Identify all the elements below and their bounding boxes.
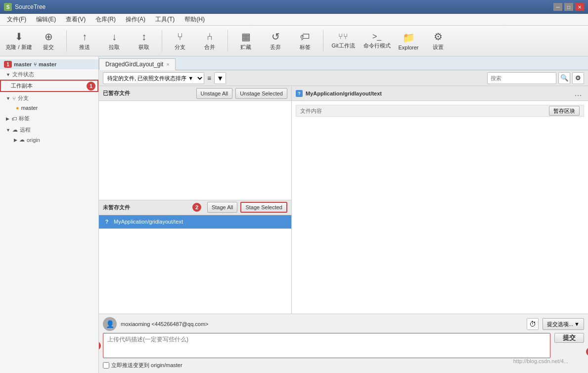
toolbar-tag-label: 标签 bbox=[300, 44, 311, 51]
fetch-icon: ↕ bbox=[141, 31, 146, 43]
search-input[interactable] bbox=[487, 72, 556, 84]
sidebar-file-status-header[interactable]: ▼ 文件状态 bbox=[0, 69, 98, 80]
filter-dropdown-button[interactable]: ▼ bbox=[214, 72, 226, 84]
toolbar-pull-button[interactable]: ↓ 拉取 bbox=[100, 28, 128, 54]
stage-all-button[interactable]: Stage All bbox=[207, 202, 237, 213]
menu-edit[interactable]: 编辑(E) bbox=[31, 14, 61, 25]
annotation-badge-4: 4 bbox=[586, 347, 588, 356]
tab-label: DragedGirdLayout_git bbox=[105, 61, 163, 68]
commit-time-button[interactable]: ⏱ bbox=[527, 318, 539, 330]
sidebar-origin-label: origin bbox=[27, 137, 40, 143]
toolbar-commit-button[interactable]: ⊕ 提交 bbox=[35, 28, 62, 54]
main-tab[interactable]: DragedGirdLayout_git × bbox=[99, 58, 176, 70]
menu-file[interactable]: 文件(F) bbox=[2, 14, 31, 25]
main-area: 1 master ⑂ master ▼ 文件状态 工作副本 1 ▼ ⑂ 分支 ● bbox=[0, 56, 588, 373]
commit-button[interactable]: 提交 bbox=[554, 333, 584, 343]
menu-repo[interactable]: 仓库(R) bbox=[90, 14, 121, 25]
clone-icon: ⬇ bbox=[15, 31, 23, 43]
commit-user-info: moxiaoming <445266487@qq.com> bbox=[121, 321, 523, 327]
sidebar-branch-name: master bbox=[39, 61, 56, 67]
commit-options-button[interactable]: 提交选项... ▼ bbox=[543, 318, 584, 330]
file-sort-select[interactable]: 待定的文件, 已依照文件状态排序 ▼ bbox=[103, 72, 204, 84]
minimize-button[interactable]: ─ bbox=[553, 3, 562, 11]
content-area: DragedGirdLayout_git × 待定的文件, 已依照文件状态排序 … bbox=[99, 56, 588, 373]
toolbar-tag-button[interactable]: 🏷 标签 bbox=[291, 28, 319, 54]
search-settings-button[interactable]: ⚙ bbox=[572, 72, 584, 84]
merge-icon: ⑃ bbox=[207, 31, 213, 43]
sidebar: 1 master ⑂ master ▼ 文件状态 工作副本 1 ▼ ⑂ 分支 ● bbox=[0, 56, 99, 373]
toolbar-gitflow-button[interactable]: ⑂⑂ Git工作流 bbox=[327, 28, 359, 54]
sidebar-remotes-label: 远程 bbox=[20, 126, 31, 134]
sidebar-tags-section: ▶ 🏷 标签 bbox=[0, 113, 98, 124]
sidebar-tags-header[interactable]: ▶ 🏷 标签 bbox=[0, 113, 98, 124]
menu-tools[interactable]: 工具(T) bbox=[150, 14, 180, 25]
search-button[interactable]: 🔍 bbox=[558, 72, 570, 84]
sidebar-repo-header[interactable]: 1 master ⑂ master bbox=[0, 59, 98, 69]
unstage-all-button[interactable]: Unstage All bbox=[196, 88, 233, 99]
title-bar: S SourceTree ─ □ ✕ bbox=[0, 0, 588, 14]
toolbar-discard-button[interactable]: ↺ 丢弃 bbox=[262, 28, 289, 54]
menu-help[interactable]: 帮助(H) bbox=[180, 14, 210, 25]
sidebar-branches-header[interactable]: ▼ ⑂ 分支 bbox=[0, 93, 98, 103]
discard-icon: ↺ bbox=[271, 31, 280, 43]
toolbar-fetch-button[interactable]: ↕ 获取 bbox=[130, 28, 158, 54]
split-pane: 已暂存文件 Unstage All Unstage Selected 未暂存文件… bbox=[99, 86, 588, 314]
push-checkbox[interactable] bbox=[103, 362, 109, 369]
diff-content: 文件内容 暂存区块 bbox=[292, 101, 588, 314]
sidebar-master-item[interactable]: ● master bbox=[0, 103, 98, 112]
menu-action[interactable]: 操作(A) bbox=[121, 14, 150, 25]
push-checkbox-row: 立即推送变更到 origin/master bbox=[103, 360, 584, 370]
toolbar-settings-button[interactable]: ⚙ 设置 bbox=[424, 28, 452, 54]
user-avatar: 👤 bbox=[103, 317, 117, 331]
filter-bar: 待定的文件, 已依照文件状态排序 ▼ ≡ ▼ 🔍 ⚙ bbox=[99, 70, 588, 86]
staged-section: 已暂存文件 Unstage All Unstage Selected bbox=[99, 86, 291, 200]
diff-more-button[interactable]: … bbox=[572, 88, 584, 99]
sidebar-working-copy-item[interactable]: 工作副本 1 bbox=[0, 80, 98, 92]
unstaged-file-row[interactable]: ? MyApplication/gridlayout/text bbox=[99, 215, 291, 229]
chevron-down-icon-remotes: ▼ bbox=[6, 128, 10, 133]
app-title: SourceTree bbox=[15, 3, 45, 10]
toolbar: ⬇ 克隆 / 新建 ⊕ 提交 ↑ 推送 ↓ 拉取 ↕ 获取 ⑂ 分支 ⑃ 合并 … bbox=[0, 26, 588, 56]
chevron-right-icon-origin: ▶ bbox=[14, 138, 17, 142]
toolbar-commit-label: 提交 bbox=[43, 44, 54, 51]
sidebar-master-label: master bbox=[21, 105, 38, 111]
maximize-button[interactable]: □ bbox=[564, 3, 573, 11]
toolbar-explorer-label: Explorer bbox=[399, 45, 419, 50]
diff-filename: MyApplication/gridlayout/text bbox=[306, 91, 382, 96]
annotation-badge-1: 1 bbox=[87, 82, 95, 91]
toolbar-terminal-button[interactable]: >_ 命令行模式 bbox=[361, 28, 393, 54]
toolbar-clone-button[interactable]: ⬇ 克隆 / 新建 bbox=[5, 28, 33, 54]
stage-selected-button[interactable]: Stage Selected bbox=[240, 202, 287, 213]
unstage-selected-button[interactable]: Unstage Selected bbox=[235, 88, 287, 99]
chevron-down-icon-branches: ▼ bbox=[6, 96, 10, 101]
menu-view[interactable]: 查看(V) bbox=[61, 14, 90, 25]
toolbar-discard-label: 丢弃 bbox=[270, 44, 281, 51]
file-list-area: 已暂存文件 Unstage All Unstage Selected 未暂存文件… bbox=[99, 86, 292, 314]
sidebar-remotes-header[interactable]: ▼ ☁ 远程 bbox=[0, 125, 98, 135]
toolbar-push-button[interactable]: ↑ 推送 bbox=[71, 28, 98, 54]
toolbar-fetch-label: 获取 bbox=[138, 44, 149, 51]
toolbar-sep-4 bbox=[323, 30, 323, 52]
staged-files-label: 已暂存文件 bbox=[103, 90, 193, 97]
toolbar-branch-button[interactable]: ⑂ 分支 bbox=[166, 28, 194, 54]
commit-msg-row: 3 4 提交 bbox=[103, 333, 584, 358]
diff-header: ? MyApplication/gridlayout/text … bbox=[292, 86, 588, 101]
toolbar-merge-button[interactable]: ⑃ 合并 bbox=[196, 28, 224, 54]
diff-sub-header: 文件内容 暂存区块 bbox=[296, 105, 584, 117]
sidebar-file-status-section: ▼ 文件状态 工作副本 1 bbox=[0, 69, 98, 92]
terminal-icon: >_ bbox=[372, 32, 381, 41]
gitflow-icon: ⑂⑂ bbox=[338, 32, 348, 41]
stage-hunk-button[interactable]: 暂存区块 bbox=[549, 106, 580, 116]
toolbar-push-label: 推送 bbox=[79, 44, 90, 51]
toolbar-sep-1 bbox=[66, 30, 67, 52]
commit-message-input[interactable] bbox=[103, 333, 550, 358]
close-button[interactable]: ✕ bbox=[575, 3, 584, 11]
sidebar-tags-label: 标签 bbox=[19, 115, 30, 122]
sidebar-origin-item[interactable]: ▶ ☁ origin bbox=[0, 135, 98, 144]
push-checkbox-label: 立即推送变更到 origin/master bbox=[111, 362, 182, 369]
annotation-badge-3: 3 bbox=[99, 341, 101, 350]
tab-close-button[interactable]: × bbox=[166, 62, 169, 67]
search-box: 🔍 ⚙ bbox=[487, 72, 584, 84]
toolbar-stash-button[interactable]: ▦ 贮藏 bbox=[232, 28, 260, 54]
toolbar-explorer-button[interactable]: 📁 Explorer bbox=[395, 28, 422, 54]
